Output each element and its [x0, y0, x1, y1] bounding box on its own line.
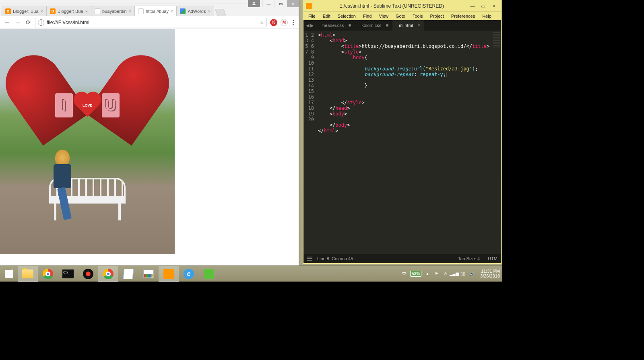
- sidebar-toggle-icon[interactable]: [307, 257, 312, 261]
- taskbar-ie[interactable]: [179, 266, 199, 282]
- tab-label: https://buay: [146, 9, 169, 14]
- tab-label: Blogger: Bua: [58, 9, 83, 14]
- start-button[interactable]: [0, 266, 18, 282]
- notepad-icon: [123, 269, 134, 279]
- close-button[interactable]: ✕: [287, 0, 299, 7]
- black-area-right: [502, 0, 644, 282]
- tab-close-icon[interactable]: ×: [85, 9, 88, 14]
- code-area[interactable]: <html> <head> <title>https://buayaberdir…: [316, 31, 492, 254]
- minimap[interactable]: [492, 31, 501, 254]
- tab-close-icon[interactable]: ×: [208, 9, 210, 14]
- menu-edit[interactable]: Edit: [320, 13, 334, 19]
- window-title: E:\css\ini.html - Sublime Text (UNREGIST…: [316, 3, 468, 9]
- maximize-button[interactable]: ▭: [275, 0, 287, 7]
- status-language[interactable]: HTM: [488, 256, 497, 261]
- url-text: file:///E://css/ini.html: [47, 20, 89, 25]
- person-figure: [48, 150, 76, 222]
- sublime-window: E:\css\ini.html - Sublime Text (UNREGIST…: [303, 0, 502, 264]
- chrome-account-icon[interactable]: [248, 0, 260, 7]
- browser-tab[interactable]: AdWords×: [176, 6, 214, 16]
- volume-icon[interactable]: 🔊: [469, 271, 475, 276]
- chrome-menu-button[interactable]: [291, 20, 295, 25]
- extension-gmail-icon[interactable]: M: [281, 19, 288, 26]
- menu-file[interactable]: File: [305, 13, 319, 19]
- network-disconnected-icon[interactable]: ⊘: [442, 271, 448, 276]
- letter-i: I: [55, 93, 73, 117]
- tab-label: header.css: [322, 23, 344, 28]
- maximize-button[interactable]: ▭: [478, 2, 488, 10]
- tab-close-icon[interactable]: ×: [417, 23, 420, 28]
- love-heart-icon: LOVE: [76, 94, 99, 117]
- taskbar-paint[interactable]: [138, 266, 159, 282]
- forward-button[interactable]: →: [14, 18, 22, 27]
- sublime-icon: [163, 269, 174, 279]
- tab-nav-arrows[interactable]: ◀ ▶: [303, 23, 316, 28]
- chrome-window: — ▭ ✕ BBlogger: Bua× BBlogger: Bua× buay…: [0, 0, 299, 265]
- bookmark-star-icon[interactable]: ☆: [260, 20, 264, 25]
- tab-close-icon[interactable]: ×: [41, 9, 43, 14]
- editor-tab[interactable]: kolom.css: [355, 20, 392, 31]
- chrome-icon: [103, 269, 114, 279]
- taskbar-green-app[interactable]: [199, 266, 219, 282]
- browser-tab[interactable]: BBlogger: Bua×: [2, 6, 47, 16]
- menu-project[interactable]: Project: [427, 13, 447, 19]
- status-tabsize[interactable]: Tab Size: 4: [458, 256, 480, 261]
- new-tab-button[interactable]: [215, 9, 227, 16]
- taskbar-dragon[interactable]: [78, 266, 98, 282]
- editor-tab[interactable]: header.css: [316, 20, 355, 31]
- modified-dot-icon: [386, 24, 388, 27]
- menu-selection[interactable]: Selection: [334, 13, 359, 19]
- taskbar-chrome-2[interactable]: [98, 266, 118, 282]
- love-text: LOVE: [83, 103, 93, 107]
- reload-button[interactable]: ⟳: [25, 18, 32, 27]
- back-button[interactable]: ←: [3, 18, 11, 27]
- sublime-statusbar: Line 8, Column 45 Tab Size: 4 HTM: [303, 254, 501, 263]
- minimize-button[interactable]: —: [468, 2, 477, 10]
- address-bar[interactable]: i file:///E://css/ini.html ☆: [35, 18, 267, 27]
- tray-chevron-icon[interactable]: ▲: [425, 271, 430, 276]
- browser-tab[interactable]: buayaberdiri×: [91, 6, 135, 16]
- status-cursor: Line 8, Column 45: [317, 256, 353, 261]
- taskbar-sublime[interactable]: [159, 266, 179, 282]
- line-gutter: 1 2 3 4 5 6 7 8 9 10 11 12 13 14 15 16 1…: [303, 31, 316, 254]
- editor-tab-active[interactable]: ini.html×: [392, 20, 424, 31]
- clock-time: 11:31 PM: [480, 269, 500, 274]
- taskbar-cmd[interactable]: C:\_: [58, 266, 78, 282]
- taskbar-chrome[interactable]: [38, 266, 58, 282]
- tab-label: Blogger: Bua: [13, 9, 39, 14]
- extension-k-icon[interactable]: K: [270, 19, 277, 26]
- site-info-icon[interactable]: i: [38, 19, 44, 26]
- tab-close-icon[interactable]: ×: [171, 9, 173, 14]
- sublime-menubar: File Edit Selection Find View Goto Tools…: [303, 11, 501, 20]
- browser-tab-active[interactable]: https://buay×: [134, 6, 177, 16]
- close-button[interactable]: ✕: [489, 2, 498, 10]
- wifi-icon[interactable]: ▂▄▆: [451, 271, 457, 276]
- browser-tab[interactable]: BBlogger: Bua×: [46, 6, 91, 16]
- windows-logo-icon: [5, 269, 13, 278]
- clock-date: 3/26/2018: [480, 274, 500, 278]
- taskbar-notepad[interactable]: [118, 266, 138, 282]
- minimize-button[interactable]: —: [262, 0, 275, 7]
- favicon-icon: [95, 8, 100, 14]
- favicon-blogger-icon: B: [5, 8, 11, 14]
- page-background-photo: I LOVE U: [0, 29, 175, 254]
- menu-goto[interactable]: Goto: [392, 13, 409, 19]
- chrome-titlebar: — ▭ ✕: [0, 0, 299, 4]
- tab-close-icon[interactable]: ×: [129, 9, 131, 14]
- action-center-icon[interactable]: ⚑: [433, 271, 439, 276]
- green-app-icon: [204, 269, 214, 279]
- system-tray: 🛡 53% ▲ ⚑ ⊘ ▂▄▆ ▯▯ 🔊 11:31 PM 3/26/2018: [399, 265, 502, 282]
- sublime-titlebar[interactable]: E:\css\ini.html - Sublime Text (UNREGIST…: [303, 1, 501, 11]
- menu-view[interactable]: View: [376, 13, 392, 19]
- bars-icon[interactable]: ▯▯: [460, 271, 466, 276]
- taskbar-file-explorer[interactable]: [18, 266, 38, 282]
- dragon-icon: [83, 269, 93, 279]
- menu-preferences[interactable]: Preferences: [448, 13, 478, 19]
- menu-help[interactable]: Help: [479, 13, 495, 19]
- security-shield-icon[interactable]: 🛡: [401, 271, 407, 276]
- battery-indicator[interactable]: 53%: [410, 271, 421, 277]
- favicon-icon: [138, 8, 144, 14]
- menu-find[interactable]: Find: [360, 13, 375, 19]
- taskbar-clock[interactable]: 11:31 PM 3/26/2018: [480, 269, 500, 278]
- menu-tools[interactable]: Tools: [409, 13, 426, 19]
